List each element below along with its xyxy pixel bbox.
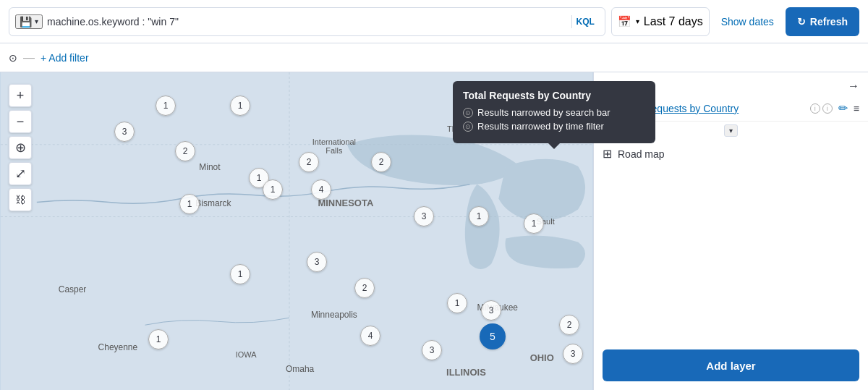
svg-text:IOWA: IOWA [236,350,258,359]
layer-info-icon-1[interactable]: i [810,103,820,114]
map-controls: + − ⊕ ⤢ ⛓ [9,84,32,211]
cluster-marker[interactable]: 1 [469,206,489,226]
tooltip-text-2: Results narrowed by time filter [477,121,604,132]
refresh-icon: ↻ [797,16,806,27]
cluster-marker[interactable]: 4 [360,326,380,346]
globe-icon: ⊙ [9,52,17,64]
zoom-out-button[interactable]: − [9,110,32,133]
show-dates-button[interactable]: Show dates [715,16,780,27]
cluster-marker[interactable]: 1 [179,194,200,214]
refresh-button[interactable]: ↻ Refresh [786,7,859,36]
main-content: MINNESOTA ILLINOIS OHIO Bismarck Minot M… [0,72,868,390]
cluster-marker[interactable]: 1 [148,329,169,349]
road-map-item: ⊞ Road map [594,141,868,166]
svg-text:Omaha: Omaha [286,364,315,374]
cluster-marker[interactable]: 3 [481,300,501,321]
svg-text:ILLINOIS: ILLINOIS [446,367,486,378]
svg-text:Cheyenne: Cheyenne [98,342,138,352]
cluster-marker[interactable]: 2 [559,315,579,335]
expand-button[interactable]: ⤢ [9,162,32,185]
cluster-marker[interactable]: 3 [114,122,135,142]
svg-text:Falls: Falls [326,146,343,155]
layer-expand-button[interactable]: ▾ [724,124,738,137]
panel-arrow-icon[interactable]: → [848,80,859,93]
cluster-marker[interactable]: 3 [307,252,327,272]
svg-text:MINNESOTA: MINNESOTA [318,198,373,208]
cluster-marker[interactable]: 1 [156,96,176,116]
save-icon: 💾 [20,16,32,27]
grid-icon: ⊞ [603,147,612,161]
search-input[interactable] [47,16,567,27]
select-tool-button[interactable]: ⛓ [9,188,32,211]
refresh-label: Refresh [810,16,848,27]
date-label: Last 7 days [644,15,703,28]
calendar-icon: 📅 [618,15,631,28]
tooltip-item-1: ⊙ Results narrowed by search bar [463,107,645,118]
save-chevron: ▾ [35,17,38,25]
tooltip-text-1: Results narrowed by search bar [477,107,610,118]
cluster-marker[interactable]: 5 [480,323,506,349]
info-circle-icon: ⊙ [463,108,473,118]
kql-badge[interactable]: KQL [571,15,599,28]
layer-menu-icon[interactable]: ≡ [854,103,859,114]
query-section: 💾 ▾ KQL [9,7,605,36]
save-button[interactable]: 💾 ▾ [15,14,43,29]
top-bar: 💾 ▾ KQL 📅 ▾ Last 7 days Show dates ↻ Ref… [0,0,868,43]
svg-text:International: International [312,137,356,146]
date-chevron-down: ▾ [636,17,639,25]
zoom-in-button[interactable]: + [9,84,32,107]
tooltip-box: Total Requests by Country ⊙ Results narr… [453,81,655,143]
cluster-marker[interactable]: 1 [263,179,283,200]
cluster-marker[interactable]: 3 [563,344,583,364]
layer-info-icon-2[interactable]: i [822,103,833,114]
svg-text:Casper: Casper [59,284,87,294]
cluster-marker[interactable]: 1 [524,213,544,234]
info-circle-icon-2: ⊙ [463,122,473,132]
cluster-marker[interactable]: 2 [354,278,375,298]
add-filter-button[interactable]: + Add filter [41,52,89,64]
cluster-marker[interactable]: 4 [311,179,331,200]
cluster-marker[interactable]: 2 [371,152,391,172]
cluster-marker[interactable]: 3 [414,206,434,226]
filter-bar: ⊙ — + Add filter [0,43,868,72]
svg-text:Bismarck: Bismarck [195,198,231,208]
tooltip-item-2: ⊙ Results narrowed by time filter [463,121,645,132]
cluster-marker[interactable]: 1 [230,96,250,116]
tooltip-title: Total Requests by Country [463,90,645,101]
cluster-marker[interactable]: 2 [299,152,319,172]
filter-separator: — [23,51,35,64]
svg-text:OHIO: OHIO [530,352,554,363]
cluster-marker[interactable]: 3 [422,340,442,360]
layer-info-icons: i i [810,103,833,114]
right-panel: Total Requests by Country ⊙ Results narr… [593,72,868,390]
cluster-marker[interactable]: 2 [175,141,195,161]
compass-button[interactable]: ⊕ [9,136,32,159]
add-layer-button[interactable]: Add layer [603,349,859,381]
cluster-marker[interactable]: 1 [230,264,250,284]
cluster-marker[interactable]: 1 [447,293,467,313]
layer-edit-icon[interactable]: ✏ [838,101,848,115]
date-picker[interactable]: 📅 ▾ Last 7 days [611,7,710,36]
svg-text:Minot: Minot [199,162,221,172]
svg-text:Minneapolis: Minneapolis [311,310,357,320]
road-map-label: Road map [618,148,665,160]
filter-globe-button[interactable]: ⊙ [9,52,17,64]
